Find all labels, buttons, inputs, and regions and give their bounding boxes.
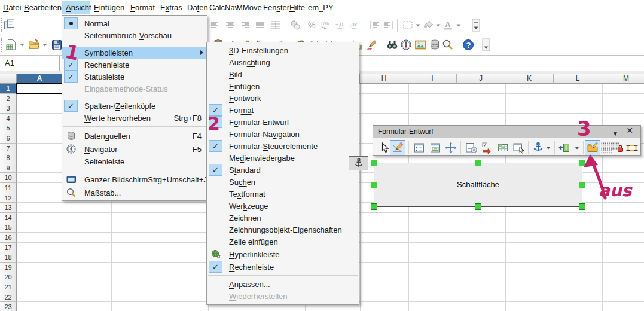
application-window: DateiBearbeitenAnsichtEinfügenFormatExtr… xyxy=(0,0,644,311)
annotation-step-2: 2 xyxy=(207,113,220,134)
annotation-arrowhead xyxy=(584,154,598,167)
handwritten-annotations: 1 2 3 aus xyxy=(0,0,644,311)
annotation-step-3: 3 xyxy=(577,117,591,141)
annotation-step-1: 1 xyxy=(63,40,81,65)
